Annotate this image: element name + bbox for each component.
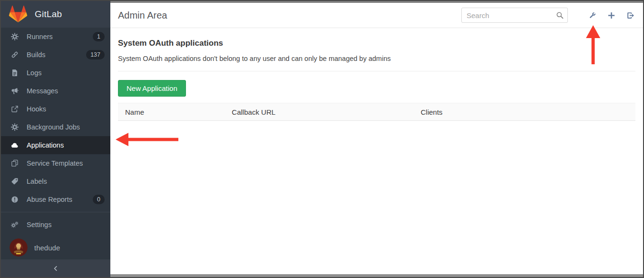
username: thedude	[34, 244, 60, 252]
annotation-arrow-left	[116, 132, 178, 147]
sidebar-item-label: Applications	[27, 141, 64, 149]
bullhorn-icon	[11, 87, 19, 95]
content-area: Admin Area System OAuth applications Sys…	[110, 1, 643, 277]
sidebar-item-messages[interactable]: Messages	[1, 82, 110, 100]
new-application-button[interactable]: New Application	[118, 80, 186, 97]
sidebar-item-label: Abuse Reports	[27, 196, 72, 203]
sidebar-item-settings[interactable]: Settings	[1, 216, 110, 234]
count-badge: 0	[93, 195, 105, 205]
plus-icon[interactable]	[607, 11, 616, 20]
sidebar-item-hooks[interactable]: Hooks	[1, 100, 110, 118]
sidebar-item-runners[interactable]: Runners 1	[1, 28, 110, 46]
sidebar: GitLab Runners 1 Builds 137 Logs Message…	[1, 1, 110, 277]
top-header: Admin Area	[110, 3, 643, 28]
app-window: GitLab Runners 1 Builds 137 Logs Message…	[0, 0, 644, 278]
sidebar-item-logs[interactable]: Logs	[1, 64, 110, 82]
column-header-name: Name	[118, 108, 232, 116]
count-badge: 1	[93, 32, 105, 42]
sidebar-item-label: Messages	[27, 87, 58, 95]
copy-icon	[11, 159, 19, 167]
annotation-arrow-up	[585, 25, 601, 64]
page-title: Admin Area	[118, 10, 167, 21]
cogs-icon	[11, 221, 19, 228]
search-input[interactable]	[461, 8, 568, 23]
sidebar-divider	[1, 212, 110, 212]
brand[interactable]: GitLab	[1, 1, 110, 28]
link-icon	[11, 51, 19, 59]
sidebar-item-label: Service Templates	[27, 159, 83, 167]
column-header-clients: Clients	[420, 108, 635, 116]
avatar	[10, 238, 28, 257]
wrench-icon[interactable]	[588, 11, 597, 20]
header-actions	[461, 8, 635, 23]
main-panel: System OAuth applications System OAuth a…	[110, 28, 643, 121]
sidebar-item-label: Runners	[27, 33, 53, 40]
gitlab-logo-icon	[9, 5, 28, 23]
sign-out-icon[interactable]	[626, 11, 635, 20]
sidebar-item-label: Settings	[27, 221, 51, 228]
brand-name: GitLab	[35, 9, 62, 20]
sidebar-item-service-templates[interactable]: Service Templates	[1, 154, 110, 172]
chevron-left-icon	[52, 265, 59, 272]
tag-icon	[11, 178, 19, 185]
sidebar-item-abuse-reports[interactable]: Abuse Reports 0	[1, 190, 110, 208]
sidebar-item-label: Hooks	[27, 105, 46, 113]
sidebar-item-background-jobs[interactable]: Background Jobs	[1, 118, 110, 136]
sidebar-user[interactable]: thedude	[1, 234, 110, 261]
section-description: System OAuth applications don't belong t…	[118, 55, 635, 62]
sidebar-collapse-button[interactable]	[1, 259, 110, 277]
gear-icon	[11, 123, 19, 131]
gear-icon	[11, 33, 19, 40]
sidebar-item-builds[interactable]: Builds 137	[1, 46, 110, 64]
sidebar-item-label: Builds	[27, 51, 46, 59]
sidebar-item-labels[interactable]: Labels	[1, 172, 110, 190]
sidebar-item-applications[interactable]: Applications	[1, 136, 110, 154]
searchbox	[461, 8, 568, 23]
file-icon	[11, 69, 19, 77]
sidebar-nav: Runners 1 Builds 137 Logs Messages Hooks	[1, 28, 110, 261]
cloud-icon	[11, 141, 19, 149]
divider	[118, 71, 635, 71]
sidebar-item-label: Background Jobs	[27, 123, 80, 131]
sidebar-item-label: Logs	[27, 69, 41, 77]
count-badge: 137	[86, 50, 105, 60]
section-heading: System OAuth applications	[118, 39, 635, 48]
sidebar-item-label: Labels	[27, 178, 47, 185]
bottom-strip	[110, 274, 643, 277]
applications-table-header: Name Callback URL Clients	[118, 103, 635, 121]
exclamation-circle-icon	[11, 196, 19, 203]
external-link-icon	[11, 105, 19, 113]
column-header-callback-url: Callback URL	[232, 108, 420, 116]
